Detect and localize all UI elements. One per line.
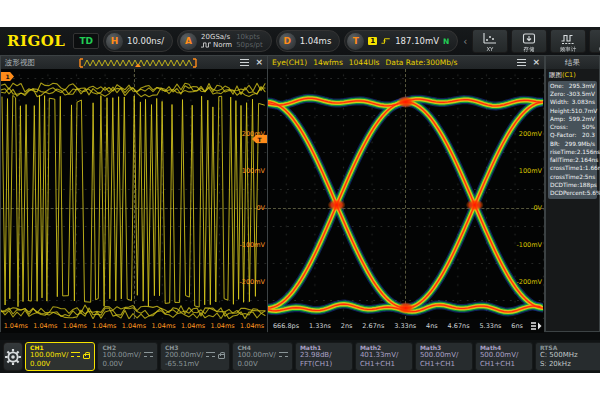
waveform-x-tick: 1.04ms — [151, 322, 175, 330]
topbar: RIGOL TD H 10.00ns/ A 20GSa/s Norm 10kpt… — [0, 27, 600, 55]
waveform-close-icon[interactable]: × — [255, 58, 263, 67]
channel-cards: CH1100.00mV/0.00VCH2100.00mV/0.00VCH3200… — [25, 342, 600, 371]
eye-menu-icon[interactable] — [517, 59, 526, 66]
waveform-x-tick: 1.04ms — [181, 322, 205, 330]
acquisition-group[interactable]: A 20GSa/s Norm 10kpts 50ps/pt — [177, 30, 272, 52]
measurement-row: riseTime:2.156ns — [550, 149, 595, 156]
a-knob[interactable]: A — [180, 33, 197, 50]
measurement-label: DCDTime: — [550, 182, 579, 189]
math-scale: 401.33mV/ — [360, 351, 408, 359]
results-tab[interactable]: 眼图(C1) — [546, 69, 599, 81]
eye-view-header[interactable]: Eye(CH1) 14wfms 1044UIs Data Rate:300Mb/… — [268, 56, 544, 69]
math-expression: CH1+CH1 — [480, 360, 528, 368]
math-card-math4[interactable]: Math4500.00mV/CH1+CH1 — [475, 342, 533, 371]
eye-y-tick: 100mV — [519, 168, 542, 175]
math-card-math3[interactable]: Math3500.00mV/CH1+CH1 — [415, 342, 473, 371]
horizontal-position-thumbnail[interactable] — [78, 58, 198, 68]
trigger-level-value: 187.10mV — [395, 36, 439, 46]
measurement-row: Zero:-303.5mV — [550, 91, 595, 98]
measurement-label: Cross: — [550, 124, 568, 131]
trigger-group[interactable]: T 1 187.10mV N — [344, 30, 458, 52]
expand-icon[interactable] — [529, 320, 542, 331]
channel-card-ch1[interactable]: CH1100.00mV/0.00V — [25, 342, 95, 371]
waveform-view-pane: 波形视图 × — [0, 55, 268, 332]
channel-card-ch3[interactable]: CH3200.00mV/-65.51mV — [160, 342, 230, 371]
measurement-value: 295.3mV — [569, 83, 595, 90]
measurement-row: Q-Factor:20.3 — [550, 132, 595, 139]
rtsa-span: S: 20kHz — [540, 360, 600, 368]
delay-value: 1.04ms — [300, 36, 332, 46]
eye-x-tick: 3.33ns — [394, 322, 416, 330]
eye-data-rate: Data Rate:300Mb/s — [386, 58, 458, 67]
math-expression: CH1+CH1 — [420, 360, 468, 368]
menu-button-counter[interactable]: 频率计 — [550, 29, 586, 53]
measurement-label: Q-Factor: — [550, 132, 576, 139]
trigger-status-badge[interactable]: TD — [73, 33, 99, 49]
ch1-waveform-trace — [1, 69, 267, 319]
measurement-row: crossTime2:5ns — [550, 174, 595, 181]
d-knob[interactable]: D — [279, 33, 296, 50]
menu-scroll-left-icon[interactable]: ‹ — [462, 36, 468, 47]
measurement-label: fallTime: — [550, 157, 575, 164]
time-resolution: 50ps/pt — [236, 41, 263, 49]
horizontal-group[interactable]: H 10.00ns/ — [103, 30, 173, 52]
xy-icon — [482, 31, 498, 45]
t-knob[interactable]: T — [347, 33, 364, 50]
channel-card-ch2[interactable]: CH2100.00mV/0.00V — [97, 342, 157, 371]
measurement-row: DCDPercent:5.6% — [550, 190, 595, 197]
oscilloscope-ui: RIGOL TD H 10.00ns/ A 20GSa/s Norm 10kpt… — [0, 27, 600, 373]
menu-label: 频率计 — [560, 46, 576, 51]
measurement-label: One: — [550, 83, 564, 90]
eye-x-tick: 4.67ns — [448, 322, 470, 330]
waveform-menu-icon[interactable] — [240, 59, 249, 66]
eye-y-tick: 200mV — [519, 131, 542, 138]
rtsa-card[interactable]: RTSAC: 500MHzS: 20kHz — [535, 342, 600, 371]
trigger-noise-flag: N — [443, 37, 449, 46]
measurement-value: 2.164ns — [575, 157, 598, 164]
measurement-row: Width:3.083ns — [550, 99, 595, 106]
channel-offset: 0.00V — [237, 360, 287, 368]
menu-label: 存储 — [524, 46, 535, 51]
eye-ui-count: 1044UIs — [349, 58, 380, 67]
delay-group[interactable]: D 1.04ms — [276, 30, 341, 52]
measurement-label: Height: — [550, 108, 571, 115]
rigol-logo: RIGOL — [3, 32, 69, 50]
h-scale-value: 10.00ns/ — [127, 36, 164, 46]
dc-coupling-icon — [206, 352, 215, 358]
waveform-y-tick: 200mV — [242, 131, 265, 138]
measurement-value: 5ns — [585, 174, 595, 181]
measurement-row: fallTime:2.164ns — [550, 157, 595, 164]
waveform-y-tick: -200mV — [239, 279, 265, 286]
measurement-value: 188ps — [579, 182, 597, 189]
menu-button-dvm[interactable]: 电压表 — [589, 29, 600, 53]
waveform-view-header[interactable]: 波形视图 × — [1, 56, 267, 69]
measurement-row: One:295.3mV — [550, 83, 595, 90]
menu-label: XY — [487, 46, 494, 51]
measurement-row: BR:299.9Mb/s — [550, 141, 595, 148]
menu-bar: XY存储频率计电压表眼图解码波形录制 — [472, 29, 600, 53]
waveform-view-title: 波形视图 — [5, 58, 35, 68]
channel-card-ch4[interactable]: CH4100.00mV/0.00V — [232, 342, 292, 371]
dc-coupling-icon — [144, 352, 153, 358]
waveform-xaxis: 1.04ms1.04ms1.04ms1.04ms1.04ms1.04ms1.04… — [1, 319, 267, 333]
menu-button-storage[interactable]: 存储 — [511, 29, 547, 53]
measurement-value: 3.083ns — [572, 99, 595, 106]
measurement-value: 299.9Mb/s — [565, 141, 595, 148]
settings-button[interactable] — [3, 342, 23, 371]
menu-button-xy[interactable]: XY — [472, 29, 508, 53]
h-knob[interactable]: H — [106, 33, 123, 50]
measurement-value: -303.5mV — [567, 91, 595, 98]
waveform-plot[interactable]: 1 T 200mV100mV0V-100mV-200mV — [1, 69, 267, 319]
measurement-row: crossTime1:1.66ns — [550, 165, 595, 172]
eye-x-tick: 1.33ns — [309, 322, 331, 330]
math-card-math1[interactable]: Math123.98dB/FFT(CH1) — [295, 342, 353, 371]
waveform-x-tick: 1.04ms — [122, 322, 146, 330]
eye-plot[interactable]: 200mV100mV0V-100mV-200mV — [268, 69, 544, 319]
storage-icon — [521, 31, 537, 45]
rtsa-center-freq: C: 500MHz — [540, 351, 600, 359]
eye-close-icon[interactable]: × — [532, 58, 540, 67]
dc-coupling-icon — [279, 352, 288, 358]
math-card-math2[interactable]: Math2401.33mV/CH1+CH1 — [355, 342, 413, 371]
channel-scale: 100.00mV/ — [237, 351, 275, 359]
channel-scale: 200.00mV/ — [165, 351, 203, 359]
